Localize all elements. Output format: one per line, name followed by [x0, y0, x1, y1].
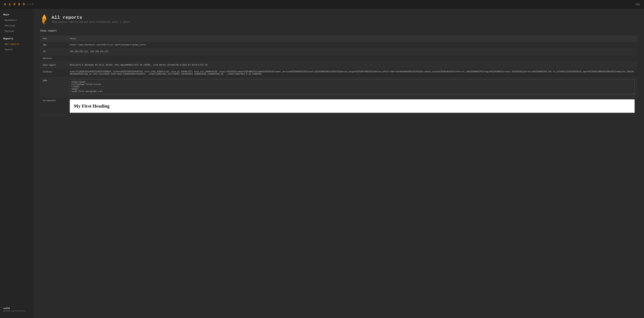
sidebar-section-reports: Reports: [0, 36, 34, 41]
cell-key: DOM: [40, 77, 67, 97]
brand-name: e z X S S: [4, 2, 25, 6]
dom-textarea[interactable]: [70, 79, 634, 94]
col-header-value: Value: [67, 36, 637, 42]
page-title: All reports: [52, 15, 130, 20]
table-row: Cookiesezds=ffid%3D1%2Cw%3D1536%2Ch%3D86…: [40, 68, 637, 77]
cell-key: Referer: [40, 55, 67, 62]
page-header: All reports View latests reports and get…: [40, 14, 637, 24]
cell-key: IP: [40, 48, 67, 55]
cell-value: [67, 55, 637, 62]
screenshot-heading: My First Heading: [74, 103, 630, 109]
sidebar-item-payload[interactable]: Payload: [0, 28, 34, 34]
main-content: All reports View latests reports and get…: [34, 9, 644, 318]
sidebar-item-all-reports[interactable]: All reports: [0, 41, 34, 47]
report-table: Key Value URLhttps://www.w3schools.com/h…: [40, 36, 637, 115]
brand-area: e z X S S v.1.0: [4, 2, 33, 6]
sidebar-item-settings[interactable]: Settings: [0, 23, 34, 28]
report-table-body: URLhttps://www.w3schools.com/html/tryit.…: [40, 42, 637, 115]
sidebar: Main Dashboard Settings Payload Reports …: [0, 9, 34, 318]
cell-key: Cookies: [40, 68, 67, 77]
layout: Main Dashboard Settings Payload Reports …: [0, 9, 644, 318]
col-header-key: Key: [40, 36, 67, 42]
table-header-row: Key Value: [40, 36, 637, 42]
screenshot-area: My First Heading: [70, 99, 634, 113]
cell-value[interactable]: [67, 77, 637, 97]
topbar: e z X S S v.1.0 ely: [0, 0, 644, 9]
table-row: URLhttps://www.w3schools.com/html/tryit.…: [40, 42, 637, 48]
table-row: DOM: [40, 77, 637, 97]
cell-value: Mozilla/5.0 (Windows NT 10.0; Win64; x64…: [67, 62, 637, 68]
table-row: Referer: [40, 55, 637, 62]
footer-app-name: ezXSS: [3, 307, 30, 310]
table-row: IP163.158.231.111, 163.158.231.111: [40, 48, 637, 55]
page-subtitle: View latests reports and get more inform…: [52, 21, 130, 23]
cell-key: Screenshot: [40, 97, 67, 115]
cell-value: https://www.w3schools.com/html/tryit.asp…: [67, 42, 637, 48]
cell-value: ezds=ffid%3D1%2Cw%3D1536%2Ch%3D864; ezoh…: [67, 68, 637, 77]
page-title-block: All reports View latests reports and get…: [52, 15, 130, 23]
brand-version: v.1.0: [27, 3, 33, 5]
view-report-label: View report: [40, 29, 637, 32]
sidebar-item-search[interactable]: Search: [0, 47, 34, 52]
cell-value: 163.158.231.111, 163.158.231.111: [67, 48, 637, 55]
sidebar-item-dashboard[interactable]: Dashboard: [0, 17, 34, 23]
cell-value: My First Heading: [67, 97, 637, 115]
sidebar-footer: ezXSS github.com/ssl/ezxss: [0, 305, 34, 315]
topbar-user: ely: [636, 3, 640, 6]
sidebar-section-main: Main: [0, 12, 34, 17]
flame-icon: [40, 14, 48, 24]
cell-key: User-Agent: [40, 62, 67, 68]
table-row: ScreenshotMy First Heading: [40, 97, 637, 115]
table-row: User-AgentMozilla/5.0 (Windows NT 10.0; …: [40, 62, 637, 68]
cell-key: URL: [40, 42, 67, 48]
footer-github: github.com/ssl/ezxss: [3, 310, 30, 312]
